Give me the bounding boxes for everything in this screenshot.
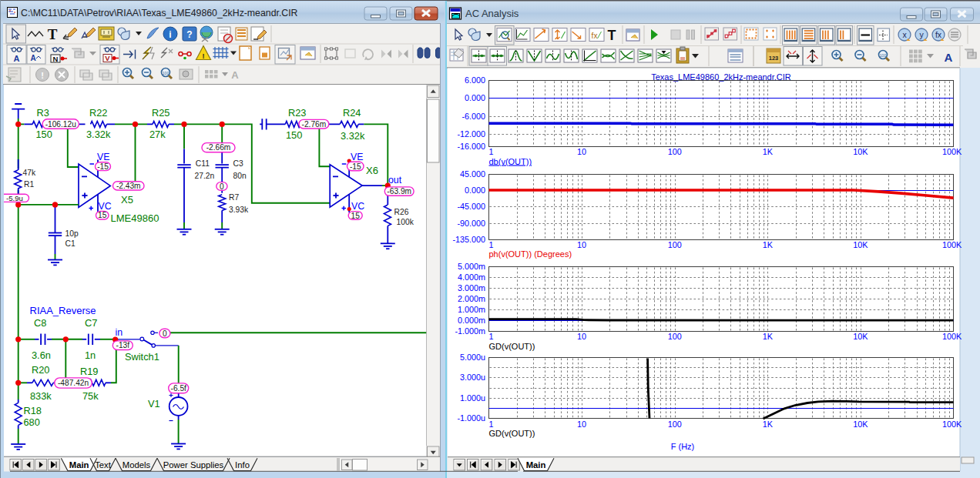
svg-text:C7: C7 (85, 317, 97, 329)
svg-text:10: 10 (577, 332, 586, 341)
svg-text:1K: 1K (763, 240, 774, 249)
svg-text:3.6n: 3.6n (32, 349, 51, 361)
svg-text:-1.000m: -1.000m (455, 326, 485, 336)
svg-text:3.000m: 3.000m (458, 283, 485, 292)
svg-text:C8: C8 (34, 317, 46, 329)
svg-text:3.32k: 3.32k (341, 130, 365, 142)
svg-text:-135.000: -135.000 (452, 235, 485, 244)
svg-text:T: T (48, 26, 58, 42)
svg-text:VC: VC (351, 201, 364, 212)
svg-text:VE: VE (97, 152, 109, 162)
svg-text:-2.76m: -2.76m (302, 120, 327, 129)
svg-text:V1: V1 (148, 398, 160, 409)
svg-text:-12.000: -12.000 (457, 129, 485, 139)
svg-text:T: T (608, 28, 616, 43)
svg-text:10K: 10K (853, 240, 868, 249)
svg-text:3.000u: 3.000u (460, 373, 485, 382)
svg-text:6.000: 6.000 (465, 75, 485, 85)
svg-text:1: 1 (488, 147, 493, 156)
svg-text:10: 10 (577, 420, 586, 429)
svg-text:R1: R1 (24, 180, 34, 189)
svg-text:C3: C3 (233, 159, 243, 168)
svg-text:Info: Info (235, 460, 250, 470)
svg-text:R18: R18 (24, 405, 42, 416)
svg-text:VC: VC (99, 201, 112, 212)
svg-text:fx: fx (935, 30, 942, 39)
svg-text:100: 100 (668, 420, 682, 429)
svg-text:-13f: -13f (116, 341, 130, 349)
svg-text:5.000u: 5.000u (460, 353, 485, 362)
svg-text:V: V (105, 54, 110, 62)
svg-text:1: 1 (488, 240, 493, 249)
svg-text:R7: R7 (229, 193, 239, 202)
svg-text:R19: R19 (80, 366, 98, 377)
svg-text:1n: 1n (85, 349, 96, 361)
svg-text:47k: 47k (23, 169, 36, 177)
svg-text:680: 680 (24, 416, 40, 428)
svg-text:100K: 100K (942, 147, 962, 156)
svg-text:R3: R3 (37, 107, 49, 119)
svg-text:R23: R23 (288, 107, 306, 119)
svg-text:27.2n: 27.2n (195, 172, 215, 180)
svg-text:100: 100 (880, 53, 887, 58)
svg-text:GD(v(OUT)): GD(v(OUT)) (489, 342, 535, 351)
svg-text:27k: 27k (149, 129, 166, 140)
svg-text:Power Supplies: Power Supplies (163, 460, 224, 470)
svg-text:1: 1 (488, 332, 493, 341)
svg-text:100K: 100K (942, 240, 962, 249)
svg-text:833k: 833k (30, 390, 52, 402)
svg-text:F (Hz): F (Hz) (671, 442, 695, 451)
svg-text:AC Analysis: AC Analysis (465, 8, 519, 19)
svg-text:-16.000: -16.000 (457, 142, 485, 151)
svg-text:RIAA_Reverse: RIAA_Reverse (30, 305, 96, 316)
svg-text:0.000: 0.000 (465, 93, 485, 102)
svg-text:5.000m: 5.000m (458, 262, 485, 271)
svg-text:ph(v(OUT)) (Degrees): ph(v(OUT)) (Degrees) (489, 249, 572, 259)
svg-text:3.93k: 3.93k (229, 206, 249, 214)
svg-text:123: 123 (769, 55, 779, 62)
svg-text:X6: X6 (366, 165, 378, 176)
svg-text:15: 15 (351, 212, 361, 220)
svg-text:fx: fx (592, 32, 598, 40)
svg-text:x: x (902, 30, 907, 39)
svg-text:C:\MC11\DATA\Petrov\RIAA\Texas: C:\MC11\DATA\Petrov\RIAA\Texas_LME49860_… (21, 8, 298, 18)
svg-text:-1.000u: -1.000u (457, 413, 485, 423)
svg-text:-5.9u: -5.9u (6, 194, 23, 202)
svg-text:-6.5f: -6.5f (171, 384, 187, 393)
svg-text:A: A (945, 51, 953, 64)
svg-text:100K: 100K (942, 332, 962, 341)
svg-text:3.32k: 3.32k (86, 129, 111, 140)
svg-text:-15: -15 (97, 162, 109, 171)
svg-text:-90.000: -90.000 (457, 219, 485, 228)
svg-text:100K: 100K (942, 420, 962, 429)
svg-text:!: ! (203, 52, 205, 60)
svg-text:!: ! (41, 71, 44, 80)
svg-text:in: in (116, 327, 123, 338)
svg-text:150: 150 (286, 129, 302, 141)
svg-text:-2.66m: -2.66m (206, 143, 231, 152)
svg-text:-63.9m: -63.9m (387, 187, 411, 196)
svg-text:4.000m: 4.000m (458, 272, 485, 282)
svg-text:VE: VE (351, 152, 363, 162)
svg-text:N: N (53, 55, 59, 63)
svg-text:A: A (231, 69, 239, 81)
svg-text:R22: R22 (89, 107, 107, 119)
svg-text:0: 0 (220, 182, 224, 191)
svg-text:75k: 75k (82, 390, 99, 402)
svg-text:Main: Main (69, 460, 89, 470)
svg-text:db(v(OUT)): db(v(OUT)) (489, 157, 532, 166)
svg-text:A: A (30, 54, 35, 62)
svg-text:-106.12u: -106.12u (45, 120, 76, 129)
svg-text:1K: 1K (763, 147, 774, 156)
svg-text:1K: 1K (763, 332, 774, 341)
svg-text:45.000: 45.000 (460, 169, 485, 179)
svg-text:0.000m: 0.000m (458, 316, 485, 325)
svg-text:-2.43m: -2.43m (116, 182, 141, 190)
svg-text:C11: C11 (196, 159, 210, 168)
svg-text:C1: C1 (65, 239, 76, 248)
svg-text:100: 100 (163, 71, 169, 75)
svg-text:R26: R26 (394, 208, 409, 216)
svg-text:i: i (169, 29, 171, 40)
svg-text:Switch1: Switch1 (125, 351, 159, 363)
svg-text:1.000u: 1.000u (460, 393, 485, 403)
